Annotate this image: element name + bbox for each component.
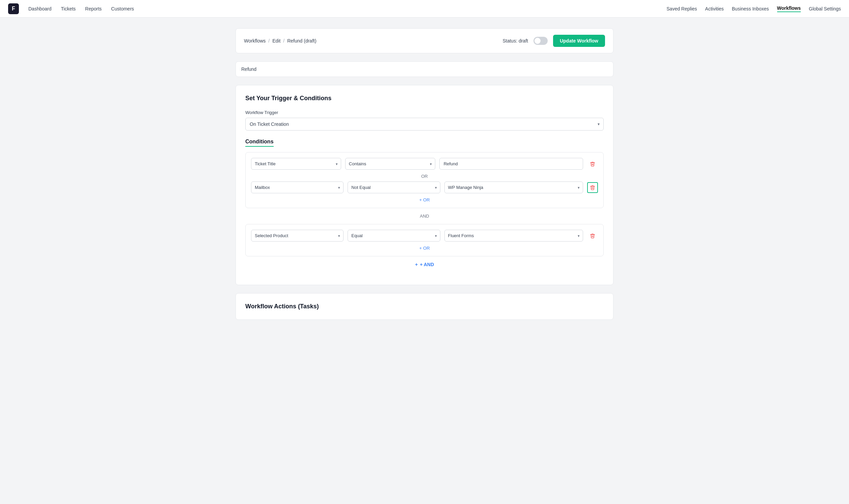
breadcrumb: Workflows / Edit / Refund (draft): [244, 38, 317, 43]
value-select-wrapper-2: WP Manage Ninja: [445, 181, 583, 193]
trigger-conditions-card: Set Your Trigger & Conditions Workflow T…: [236, 85, 613, 285]
condition-group-2: Selected Product Equal Fluent Forms: [245, 224, 604, 256]
breadcrumb-current: Refund (draft): [287, 38, 316, 43]
nav-activities[interactable]: Activities: [705, 6, 724, 12]
delete-condition-2[interactable]: [587, 182, 598, 193]
value-input-1[interactable]: [439, 158, 583, 170]
workflow-actions-card: Workflow Actions (Tasks): [236, 293, 613, 320]
value-select-2[interactable]: WP Manage Ninja: [445, 181, 583, 193]
operator-select-wrapper-3: Equal: [347, 230, 440, 241]
operator-select-3[interactable]: Equal: [347, 230, 440, 241]
main-content: Workflows / Edit / Refund (draft) Status…: [222, 18, 627, 339]
add-or-icon-2: +: [419, 246, 422, 251]
condition-row-2: Mailbox Not Equal WP Manage Ninja: [251, 181, 598, 193]
nav-workflows[interactable]: Workflows: [777, 5, 801, 12]
add-and-icon: +: [415, 262, 418, 267]
or-separator-1: OR: [251, 174, 598, 179]
status-toggle[interactable]: [534, 37, 548, 45]
breadcrumb-workflows[interactable]: Workflows: [244, 38, 266, 43]
trigger-field-label: Workflow Trigger: [245, 110, 604, 115]
nav-reports[interactable]: Reports: [85, 6, 102, 12]
field-select-2[interactable]: Mailbox: [251, 181, 344, 193]
nav-global-settings[interactable]: Global Settings: [809, 6, 841, 12]
delete-condition-1[interactable]: [587, 159, 598, 169]
value-select-3[interactable]: Fluent Forms: [445, 230, 583, 241]
nav-business-inboxes[interactable]: Business Inboxes: [732, 6, 769, 12]
nav-right: Saved Replies Activities Business Inboxe…: [666, 5, 841, 12]
field-select-3[interactable]: Selected Product: [251, 230, 344, 241]
breadcrumb-sep-2: /: [283, 38, 285, 43]
add-or-label-1: OR: [423, 197, 430, 202]
operator-select-2[interactable]: Not Equal: [347, 181, 440, 193]
operator-select-wrapper-1: Contains: [345, 158, 435, 170]
and-separator: AND: [245, 214, 604, 219]
value-select-wrapper-3: Fluent Forms: [445, 230, 583, 241]
trigger-select-wrapper: On Ticket Creation: [245, 118, 604, 130]
field-select-1[interactable]: Ticket Title: [251, 158, 341, 170]
add-or-button-1[interactable]: + OR: [251, 197, 598, 202]
workflow-trigger-select[interactable]: On Ticket Creation: [245, 118, 604, 130]
add-and-label: + AND: [420, 262, 434, 267]
nav-saved-replies[interactable]: Saved Replies: [666, 6, 697, 12]
condition-row-1: Ticket Title Contains: [251, 158, 598, 170]
add-or-icon-1: +: [419, 197, 422, 202]
nav-tickets[interactable]: Tickets: [61, 6, 76, 12]
field-select-wrapper-3: Selected Product: [251, 230, 344, 241]
add-and-button[interactable]: + + AND: [415, 262, 434, 267]
nav-links: Dashboard Tickets Reports Customers: [28, 6, 657, 12]
field-select-wrapper-2: Mailbox: [251, 181, 344, 193]
status-label: Status: draft: [503, 38, 528, 43]
conditions-label: Conditions: [245, 139, 274, 147]
nav-dashboard[interactable]: Dashboard: [28, 6, 52, 12]
condition-group-1: Ticket Title Contains: [245, 152, 604, 208]
field-select-wrapper-1: Ticket Title: [251, 158, 341, 170]
breadcrumb-bar: Workflows / Edit / Refund (draft) Status…: [236, 28, 613, 53]
condition-row-3: Selected Product Equal Fluent Forms: [251, 230, 598, 241]
breadcrumb-sep-1: /: [268, 38, 270, 43]
workflow-name-input[interactable]: [236, 61, 613, 77]
delete-condition-3[interactable]: [587, 230, 598, 241]
workflow-actions-title: Workflow Actions (Tasks): [245, 303, 604, 310]
operator-select-wrapper-2: Not Equal: [347, 181, 440, 193]
operator-select-1[interactable]: Contains: [345, 158, 435, 170]
trigger-section-title: Set Your Trigger & Conditions: [245, 95, 604, 102]
breadcrumb-edit[interactable]: Edit: [272, 38, 281, 43]
nav-customers[interactable]: Customers: [111, 6, 134, 12]
top-navigation: F Dashboard Tickets Reports Customers Sa…: [0, 0, 849, 18]
add-or-label-2: OR: [423, 246, 430, 251]
breadcrumb-actions: Status: draft Update Workflow: [503, 35, 605, 47]
update-workflow-button[interactable]: Update Workflow: [553, 35, 605, 47]
add-or-button-2[interactable]: + OR: [251, 246, 598, 251]
app-logo: F: [8, 3, 19, 14]
